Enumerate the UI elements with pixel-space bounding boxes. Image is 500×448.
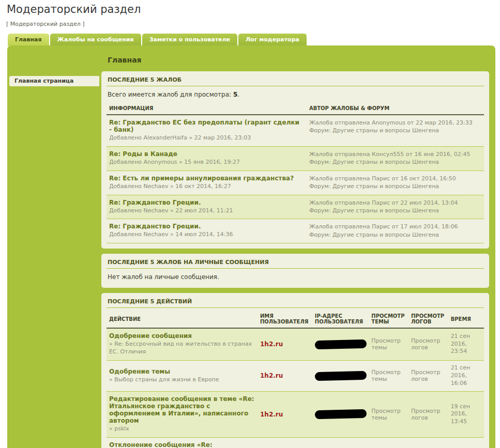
view-logs-link[interactable]: Просмотр логов	[411, 369, 440, 382]
action-row: Отклонение сообщения «Re: Мошенничество …	[107, 438, 484, 448]
report-forum-info: Форум: Другие страны и вопросы Шенгена	[309, 207, 481, 214]
view-topic-link[interactable]: Просмотр темы	[371, 369, 400, 382]
actions-header-row: ДЕЙСТВИЕ ИМЯ ПОЛЬЗОВАТЕЛЯ IP-АДРЕС ПОЛЬЗ…	[107, 310, 484, 328]
actions-col-username: ИМЯ ПОЛЬЗОВАТЕЛЯ	[257, 310, 312, 328]
action-row: Одобрение сообщения » Re: Бессрочный вид…	[107, 328, 484, 360]
actions-col-action: ДЕЙСТВИЕ	[107, 310, 257, 328]
tab-main[interactable]: Главная	[8, 34, 49, 46]
report-reporter-info: Жалоба отправлена Парис от 16 окт 2014, …	[309, 175, 481, 182]
reports-summary-text: Всего имеется жалоб для просмотра:	[108, 91, 233, 98]
username-link[interactable]: 1h2.ru	[260, 341, 283, 348]
report-posted-info: Добавлено Nechaev » 22 июл 2014, 11:21	[109, 207, 304, 215]
username-link[interactable]: 1h2.ru	[260, 411, 283, 418]
ip-redaction-bar	[315, 339, 367, 349]
breadcrumb[interactable]: [ Модераторский раздел ]	[6, 21, 84, 27]
action-row: Редактирование сообщения в теме «Re: Ита…	[107, 392, 484, 438]
reports-col-information: ИНФОРМАЦИЯ	[107, 102, 307, 115]
latest-pm-reports-title: ПОСЛЕДНИЕ 5 ЖАЛОБ НА ЛИЧНЫЕ СООБЩЕНИЯ	[107, 257, 484, 269]
report-reporter-info: Жалоба отправлена Парис от 17 июл 2014, …	[309, 223, 481, 230]
report-subject-link[interactable]: Re: Гражданство Греции.	[109, 223, 304, 230]
report-row: Re: Гражданство Греции. Добавлено Nechae…	[107, 219, 484, 243]
latest-reports-panel: ПОСЛЕДНИЕ 5 ЖАЛОБ Всего имеется жалоб дл…	[101, 71, 489, 249]
report-row: Re: Гражданство Греции. Добавлено Nechae…	[107, 195, 484, 219]
action-time: 19 сен 2016, 13:45	[448, 392, 484, 438]
report-row: Re: Роды в Канаде Добавлено Anonymous » …	[107, 146, 484, 171]
report-forum-info: Форум: Другие страны и вопросы Шенгена	[309, 231, 481, 239]
report-posted-info: Добавлено Nechaev » 14 июл 2014, 14:36	[109, 231, 304, 239]
actions-col-view-topic: ПРОСМОТР ТЕМЫ	[369, 310, 408, 328]
report-row: Re: Гражданство ЕС без предоплаты (гаран…	[107, 115, 484, 146]
sidebar-item-main-page[interactable]: Главная страница	[9, 76, 99, 86]
reports-header-row: ИНФОРМАЦИЯ АВТОР ЖАЛОБЫ & ФОРУМ	[107, 102, 484, 115]
ip-redaction-bar	[315, 370, 367, 381]
mcp-content: Главная ПОСЛЕДНИЕ 5 ЖАЛОБ Всего имеется …	[101, 45, 495, 448]
reports-summary: Всего имеется жалоб для просмотра: 5.	[107, 86, 484, 102]
page-title: Модераторский раздел	[7, 3, 141, 16]
report-subject-link[interactable]: Re: Роды в Канаде	[109, 150, 304, 158]
actions-col-view-logs: ПРОСМОТР ЛОГОВ	[408, 310, 448, 328]
mcp-container: Главная страница Главная ПОСЛЕДНИЕ 5 ЖАЛ…	[7, 45, 495, 448]
action-detail: » psklx	[109, 425, 255, 433]
report-reporter-info: Жалоба отправлена Консул555 от 16 янв 20…	[309, 150, 481, 158]
view-topic-link[interactable]: Просмотр темы	[371, 337, 400, 351]
tab-bar: Главная Жалобы на сообщения Заметки о по…	[8, 34, 307, 46]
ip-redaction-bar	[315, 409, 367, 420]
action-title: Одобрение темы	[109, 368, 255, 375]
tab-user-notes[interactable]: Заметки о пользователе	[142, 34, 237, 46]
actions-table: ДЕЙСТВИЕ ИМЯ ПОЛЬЗОВАТЕЛЯ IP-АДРЕС ПОЛЬЗ…	[107, 310, 484, 448]
action-time: 21 сен 2016, 23:54	[448, 328, 484, 360]
action-detail: » Выбор страны для жизни в Европе	[109, 376, 255, 384]
pm-reports-empty-text: Нет жалоб на личные сообщения.	[107, 269, 484, 283]
mcp-page: Модераторский раздел [ Модераторский раз…	[0, 0, 500, 448]
report-posted-info: Добавлено Anonymous » 15 янв 2016, 19:27	[109, 159, 304, 166]
report-forum-info: Форум: Другие страны и вопросы Шенгена	[309, 182, 481, 190]
report-posted-info: Добавлено Nechaev » 16 окт 2014, 16:27	[109, 183, 304, 191]
tab-moderator-log[interactable]: Лог модератора	[238, 34, 307, 46]
reports-table: ИНФОРМАЦИЯ АВТОР ЖАЛОБЫ & ФОРУМ Re: Граж…	[107, 102, 484, 243]
action-time: 17 сен 2016	[448, 438, 484, 448]
view-logs-link[interactable]: Просмотр логов	[411, 337, 440, 351]
action-title: Отклонение сообщения «Re: Мошенничество …	[109, 441, 255, 448]
report-subject-link[interactable]: Re: Гражданство Греции.	[109, 199, 304, 206]
action-time: 21 сен 2016, 16:06	[448, 360, 484, 392]
page-heading: Главная	[108, 56, 489, 64]
view-logs-link[interactable]: Просмотр логов	[411, 408, 440, 421]
report-reporter-info: Жалоба отправлена Anonymous от 22 мар 20…	[309, 119, 481, 127]
view-topic-link[interactable]: Просмотр темы	[371, 408, 400, 421]
reports-col-author-forum: АВТОР ЖАЛОБЫ & ФОРУМ	[307, 102, 484, 115]
latest-reports-title: ПОСЛЕДНИЕ 5 ЖАЛОБ	[107, 74, 484, 86]
latest-actions-panel: ПОСЛЕДНИЕ 5 ДЕЙСТВИЙ ДЕЙСТВИЕ ИМЯ ПОЛЬЗО…	[101, 293, 489, 448]
report-row: Re: Есть ли примеры аннулирования гражда…	[107, 171, 484, 195]
report-forum-info: Форум: Другие страны и вопросы Шенгена	[309, 158, 481, 166]
actions-col-time: ВРЕМЯ	[448, 310, 484, 328]
report-subject-link[interactable]: Re: Гражданство ЕС без предоплаты (гаран…	[109, 119, 304, 133]
action-row: Одобрение темы » Выбор страны для жизни …	[107, 360, 484, 392]
action-title: Одобрение сообщения	[109, 332, 255, 339]
action-title: Редактирование сообщения в теме «Re: Ита…	[109, 395, 255, 424]
latest-pm-reports-panel: ПОСЛЕДНИЕ 5 ЖАЛОБ НА ЛИЧНЫЕ СООБЩЕНИЯ Не…	[101, 254, 489, 288]
tab-post-reports[interactable]: Жалобы на сообщения	[50, 34, 141, 46]
report-reporter-info: Жалоба отправлена Парис от 22 июл 2014, …	[309, 199, 481, 207]
report-posted-info: Добавлено AlexanderHaifa » 22 мар 2016, …	[109, 134, 304, 142]
action-detail: » Re: Бессрочный вид на жительство в стр…	[109, 341, 255, 356]
username-link[interactable]: 1h2.ru	[260, 372, 283, 379]
report-subject-link[interactable]: Re: Есть ли примеры аннулирования гражда…	[109, 175, 304, 182]
report-forum-info: Форум: Другие страны и вопросы Шенгена	[309, 127, 481, 134]
latest-actions-title: ПОСЛЕДНИЕ 5 ДЕЙСТВИЙ	[107, 296, 484, 308]
actions-col-ip: IP-АДРЕС ПОЛЬЗОВАТЕЛЯ	[312, 310, 369, 328]
